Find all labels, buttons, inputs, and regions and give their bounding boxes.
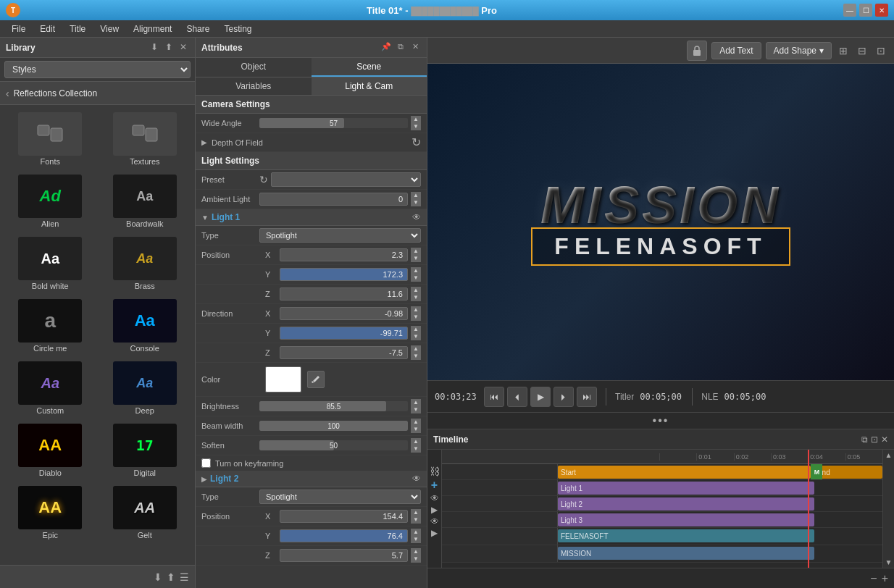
next-frame-button[interactable]: ⏵ (553, 387, 574, 407)
minimize-button[interactable]: — (843, 4, 856, 17)
add-text-button[interactable]: Add Text (711, 42, 761, 59)
tl-eye-2[interactable]: 👁 (430, 516, 439, 526)
attr-icon-close[interactable]: ✕ (409, 42, 421, 54)
keyframing-checkbox[interactable] (201, 458, 211, 468)
light2-pos-x-input[interactable] (280, 510, 408, 523)
brightness-down[interactable]: ▼ (411, 406, 421, 413)
light1-pos-x-up[interactable]: ▲ (411, 248, 421, 255)
tl-content-light2[interactable]: Light 2 (558, 496, 882, 511)
light1-pos-z-down[interactable]: ▼ (411, 294, 421, 301)
play-button[interactable]: ▶ (530, 387, 551, 407)
timeline-chain-icon[interactable]: ⛓ (430, 466, 440, 477)
attr-icon-popout[interactable]: ⧉ (395, 42, 406, 54)
style-item-diablo[interactable]: AA Diablo (4, 421, 96, 480)
light1-dir-z-down[interactable]: ▼ (411, 353, 421, 360)
library-type-select[interactable]: Styles (4, 61, 191, 78)
tl-content-felena[interactable]: FELENASOFT (558, 528, 882, 545)
style-item-alien[interactable]: Ad Alien (4, 172, 96, 231)
style-item-gelt[interactable]: AA Gelt (99, 483, 191, 542)
more-options-icon[interactable]: ••• (653, 414, 669, 427)
library-save-icon[interactable]: ⬇ (154, 571, 162, 583)
tl-bar-felena[interactable]: FELENASOFT (558, 529, 814, 542)
style-item-bold-white[interactable]: Aa Bold white (4, 234, 96, 293)
tl-bar-mission[interactable]: MISSION (558, 547, 814, 560)
depth-of-field-row[interactable]: ▶ Depth Of Field ↻ (196, 133, 427, 152)
tl-eye-1[interactable]: 👁 (430, 493, 439, 503)
library-upload-icon[interactable]: ⬆ (167, 571, 175, 583)
light1-color-swatch[interactable] (265, 366, 301, 392)
light2-visibility-icon[interactable]: 👁 (412, 474, 421, 484)
light2-pos-y-down[interactable]: ▼ (411, 536, 421, 543)
collection-back-button[interactable]: ‹ (6, 88, 9, 99)
subtab-light-cam[interactable]: Light & Cam (312, 77, 427, 95)
light2-pos-z-down[interactable]: ▼ (411, 555, 421, 563)
maximize-button[interactable]: ☐ (859, 4, 872, 17)
light1-dir-x-down[interactable]: ▼ (411, 314, 421, 321)
menu-testing[interactable]: Testing (217, 22, 259, 35)
menu-alignment[interactable]: Alignment (126, 22, 179, 35)
light1-pos-z-up[interactable]: ▲ (411, 287, 421, 294)
light1-dir-z-input[interactable] (280, 346, 408, 359)
light2-pos-x-down[interactable]: ▼ (411, 516, 421, 524)
menu-edit[interactable]: Edit (33, 22, 62, 35)
tl-bar-light2[interactable]: Light 2 (558, 497, 814, 511)
light1-dir-x-input[interactable] (280, 307, 408, 320)
style-item-digital[interactable]: 17 Digital (99, 421, 191, 480)
soften-up[interactable]: ▲ (411, 438, 421, 445)
light2-pos-y-up[interactable]: ▲ (411, 529, 421, 536)
light2-type-select[interactable]: Spotlight (259, 490, 421, 504)
light1-visibility-icon[interactable]: 👁 (412, 212, 421, 222)
tl-arrow-2[interactable]: ▶ (431, 528, 438, 538)
tl-bar-end[interactable]: End (814, 466, 882, 479)
light1-pos-y-down[interactable]: ▼ (411, 274, 421, 282)
library-icon-close[interactable]: ✕ (177, 42, 189, 54)
light2-pos-x-up[interactable]: ▲ (411, 509, 421, 516)
fullscreen-icon[interactable]: ⊡ (874, 43, 888, 58)
library-list-icon[interactable]: ☰ (180, 571, 189, 583)
menu-view[interactable]: View (93, 22, 126, 35)
ambient-light-input[interactable] (259, 193, 408, 206)
light1-pos-x-down[interactable]: ▼ (411, 255, 421, 262)
style-item-circle-me[interactable]: a Circle me (4, 296, 96, 356)
library-icon-export[interactable]: ⬆ (163, 42, 175, 54)
tl-scroll-down[interactable]: ▼ (884, 557, 894, 568)
tab-object[interactable]: Object (196, 58, 312, 77)
style-item-textures[interactable]: Textures (99, 109, 191, 169)
light1-pos-x-input[interactable] (280, 248, 408, 261)
light1-dir-y-input[interactable] (280, 327, 408, 340)
tl-content-mission[interactable]: MISSION (558, 545, 882, 562)
light1-eyedropper[interactable] (307, 371, 325, 388)
beam-width-down[interactable]: ▼ (411, 426, 421, 433)
ambient-down[interactable]: ▼ (411, 199, 421, 206)
tl-scroll-up[interactable]: ▲ (884, 450, 894, 461)
light2-header[interactable]: ▶ Light 2 👁 (196, 471, 427, 487)
preset-select[interactable] (271, 172, 421, 187)
beam-width-up[interactable]: ▲ (411, 419, 421, 426)
wide-angle-up[interactable]: ▲ (411, 116, 421, 123)
light1-dir-y-down[interactable]: ▼ (411, 333, 421, 340)
tl-content-light1[interactable]: Light 1 (558, 480, 882, 495)
tl-content-light3[interactable]: Light 3 (558, 512, 882, 527)
light1-header[interactable]: ▼ Light 1 👁 (196, 209, 427, 226)
tl-bar-light1[interactable]: Light 1 (558, 482, 814, 495)
close-button[interactable]: ✕ (875, 4, 888, 17)
light1-type-select[interactable]: Spotlight (259, 228, 421, 243)
timeline-icon-pop[interactable]: ⊡ (871, 434, 878, 445)
tab-scene[interactable]: Scene (312, 58, 427, 77)
menu-title[interactable]: Title (62, 22, 93, 35)
skip-start-button[interactable]: ⏮ (484, 387, 504, 407)
style-item-epic[interactable]: AA Epic (4, 483, 96, 542)
style-item-fonts[interactable]: Fonts (4, 109, 96, 169)
subtab-variables[interactable]: Variables (196, 77, 312, 95)
wide-angle-down[interactable]: ▼ (411, 123, 421, 130)
light1-pos-y-up[interactable]: ▲ (411, 267, 421, 274)
ambient-up[interactable]: ▲ (411, 192, 421, 199)
skip-end-button[interactable]: ⏭ (577, 387, 597, 407)
attr-icon-pin[interactable]: 📌 (380, 42, 392, 54)
light1-dir-x-up[interactable]: ▲ (411, 306, 421, 314)
light2-pos-z-up[interactable]: ▲ (411, 548, 421, 555)
tl-zoom-out-button[interactable]: − (870, 572, 877, 585)
library-icon-import[interactable]: ⬇ (149, 42, 160, 54)
menu-share[interactable]: Share (179, 22, 217, 35)
timeline-icon-link[interactable]: ⧉ (861, 434, 868, 445)
